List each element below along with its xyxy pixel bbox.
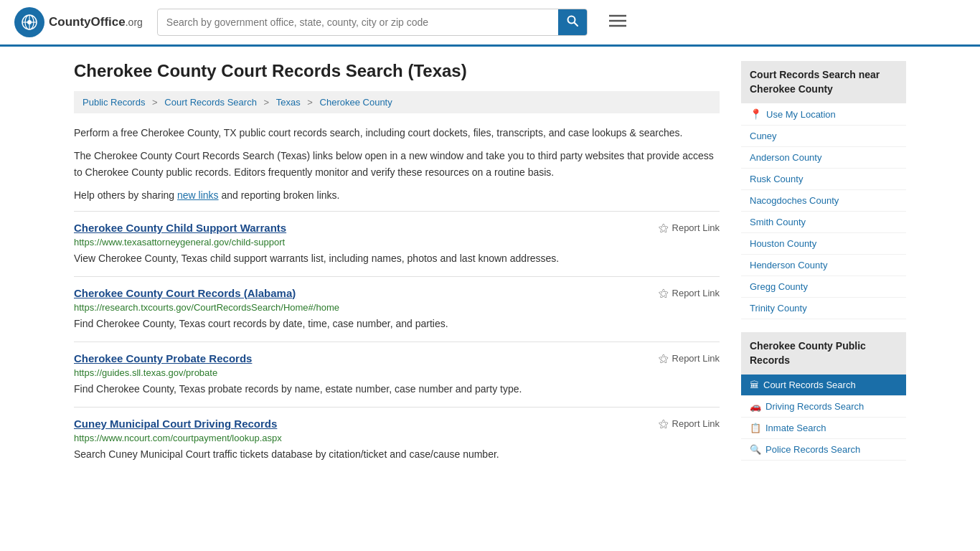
nearby-link-2[interactable]: Anderson County	[741, 147, 906, 169]
results-list: Cherokee County Child Support Warrants ⚝…	[74, 211, 720, 472]
logo-icon	[14, 7, 44, 37]
description-2: The Cherokee County Court Records Search…	[74, 148, 720, 180]
pr-link-0[interactable]: 🏛Court Records Search	[741, 375, 906, 396]
logo-text-area: CountyOffice.org	[49, 15, 143, 29]
result-title-1[interactable]: Cherokee County Court Records (Alabama)	[74, 287, 296, 299]
desc3-suffix: and reporting broken links.	[219, 189, 340, 201]
result-header-3: Cuney Municipal Court Driving Records ⚝ …	[74, 418, 720, 430]
search-button[interactable]	[558, 9, 587, 35]
breadcrumb-sep3: >	[307, 97, 315, 108]
nearby-label-2: Anderson County	[750, 152, 821, 163]
nearby-label-5: Smith County	[750, 217, 806, 227]
nearby-link-7[interactable]: Henderson County	[741, 255, 906, 276]
breadcrumb: Public Records > Court Records Search > …	[74, 91, 720, 113]
result-desc-0: View Cherokee County, Texas child suppor…	[74, 251, 720, 266]
result-desc-3: Search Cuney Municipal Court traffic tic…	[74, 447, 720, 462]
breadcrumb-cherokee[interactable]: Cherokee County	[320, 97, 392, 108]
result-item-1: Cherokee County Court Records (Alabama) …	[74, 276, 720, 342]
search-input[interactable]	[158, 11, 558, 34]
report-label-3: Report Link	[672, 418, 720, 429]
nearby-label-0: Use My Location	[766, 109, 836, 120]
search-bar	[157, 9, 588, 36]
pr-link-2[interactable]: 📋Inmate Search	[741, 418, 906, 439]
breadcrumb-court-records[interactable]: Court Records Search	[164, 97, 257, 108]
nearby-links-container: 📍Use My LocationCuneyAnderson CountyRusk…	[741, 103, 906, 319]
pr-label-1: Driving Records Search	[765, 401, 864, 412]
pr-label-0: Court Records Search	[763, 380, 856, 390]
nearby-link-3[interactable]: Rusk County	[741, 169, 906, 190]
nearby-link-1[interactable]: Cuney	[741, 126, 906, 147]
pr-icon-3: 🔍	[750, 444, 761, 455]
report-link-3[interactable]: ⚝ Report Link	[659, 418, 720, 430]
pr-icon-0: 🏛	[750, 380, 759, 390]
search-icon	[567, 15, 578, 27]
nearby-label-8: Gregg County	[750, 281, 808, 292]
pr-link-1[interactable]: 🚗Driving Records Search	[741, 396, 906, 418]
report-link-1[interactable]: ⚝ Report Link	[659, 287, 720, 299]
result-title-2[interactable]: Cherokee County Probate Records	[74, 352, 252, 364]
pr-icon-1: 🚗	[750, 401, 761, 412]
breadcrumb-sep1: >	[152, 97, 160, 108]
page-title: Cherokee County Court Records Search (Te…	[74, 61, 720, 81]
pr-link-3[interactable]: 🔍Police Records Search	[741, 439, 906, 461]
pr-label-2: Inmate Search	[765, 423, 826, 433]
logo-name: CountyOffice	[49, 15, 126, 29]
report-label-1: Report Link	[672, 288, 720, 298]
result-header-0: Cherokee County Child Support Warrants ⚝…	[74, 222, 720, 234]
result-item-2: Cherokee County Probate Records ⚝ Report…	[74, 342, 720, 407]
report-icon-3: ⚝	[659, 418, 669, 430]
nearby-label-9: Trinity County	[750, 303, 807, 314]
nearby-link-8[interactable]: Gregg County	[741, 276, 906, 298]
pr-label-3: Police Records Search	[765, 444, 860, 455]
report-icon-1: ⚝	[659, 287, 669, 299]
breadcrumb-texas[interactable]: Texas	[276, 97, 301, 108]
logo-area[interactable]: CountyOffice.org	[14, 7, 143, 37]
menu-icon[interactable]	[609, 13, 626, 32]
sidebar-public-records-title: Cherokee County Public Records	[741, 332, 906, 375]
content-area: Cherokee County Court Records Search (Te…	[74, 61, 720, 474]
nearby-link-9[interactable]: Trinity County	[741, 298, 906, 319]
pr-icon-2: 📋	[750, 423, 761, 433]
description-3: Help others by sharing new links and rep…	[74, 187, 720, 203]
location-icon-0: 📍	[750, 108, 762, 120]
svg-line-7	[574, 23, 578, 27]
report-icon-0: ⚝	[659, 222, 669, 234]
nearby-link-5[interactable]: Smith County	[741, 212, 906, 233]
report-icon-2: ⚝	[659, 352, 669, 364]
main-layout: Cherokee County Court Records Search (Te…	[60, 47, 920, 488]
result-url-1: https://research.txcourts.gov/CourtRecor…	[74, 302, 720, 313]
description-1: Perform a free Cherokee County, TX publi…	[74, 125, 720, 141]
result-header-2: Cherokee County Probate Records ⚝ Report…	[74, 352, 720, 364]
result-header-1: Cherokee County Court Records (Alabama) …	[74, 287, 720, 299]
result-desc-2: Find Cherokee County, Texas probate reco…	[74, 382, 720, 397]
nearby-label-7: Henderson County	[750, 260, 827, 270]
logo-org: .org	[126, 17, 143, 28]
nearby-label-4: Nacogdoches County	[750, 195, 839, 206]
report-link-0[interactable]: ⚝ Report Link	[659, 222, 720, 234]
nearby-link-6[interactable]: Houston County	[741, 233, 906, 255]
nearby-link-0[interactable]: 📍Use My Location	[741, 103, 906, 126]
new-links-link[interactable]: new links	[177, 189, 219, 201]
nearby-label-6: Houston County	[750, 238, 816, 249]
nearby-label-1: Cuney	[750, 131, 777, 141]
sidebar-public-records-section: Cherokee County Public Records 🏛Court Re…	[741, 332, 906, 461]
sidebar-nearby-title: Court Records Search near Cherokee Count…	[741, 61, 906, 103]
result-desc-1: Find Cherokee County, Texas court record…	[74, 316, 720, 331]
nearby-link-4[interactable]: Nacogdoches County	[741, 190, 906, 212]
report-link-2[interactable]: ⚝ Report Link	[659, 352, 720, 364]
sidebar-nearby-section: Court Records Search near Cherokee Count…	[741, 61, 906, 319]
sidebar: Court Records Search near Cherokee Count…	[741, 61, 906, 474]
breadcrumb-public-records[interactable]: Public Records	[83, 97, 145, 108]
result-url-0: https://www.texasattorneygeneral.gov/chi…	[74, 237, 720, 248]
public-records-links-container: 🏛Court Records Search🚗Driving Records Se…	[741, 375, 906, 461]
desc3-prefix: Help others by sharing	[74, 189, 177, 201]
result-title-3[interactable]: Cuney Municipal Court Driving Records	[74, 418, 277, 430]
report-label-2: Report Link	[672, 353, 720, 364]
header: CountyOffice.org	[0, 0, 980, 47]
result-item-3: Cuney Municipal Court Driving Records ⚝ …	[74, 407, 720, 472]
breadcrumb-sep2: >	[264, 97, 272, 108]
result-url-2: https://guides.sll.texas.gov/probate	[74, 367, 720, 378]
result-title-0[interactable]: Cherokee County Child Support Warrants	[74, 222, 286, 234]
nearby-label-3: Rusk County	[750, 174, 803, 184]
result-url-3: https://www.ncourt.com/courtpayment/look…	[74, 433, 720, 443]
